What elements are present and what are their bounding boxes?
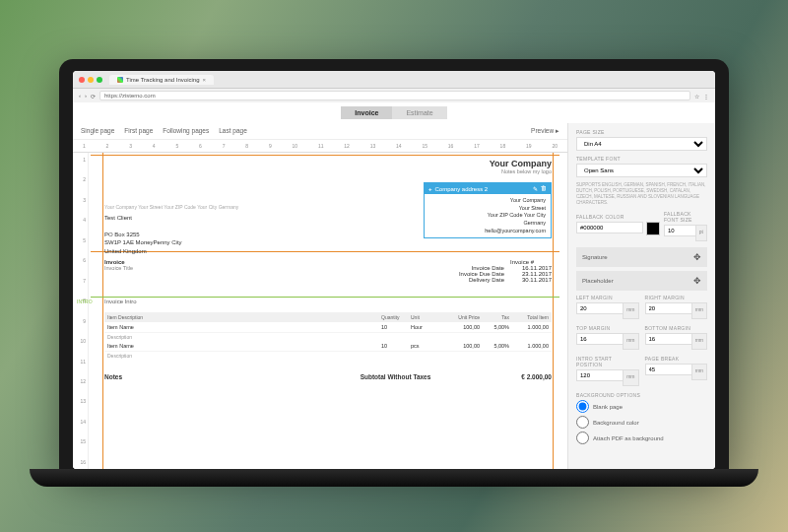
- grip-icon: ✥: [693, 276, 701, 286]
- bottom-margin-input[interactable]: [645, 333, 691, 345]
- close-window-icon[interactable]: [79, 77, 85, 83]
- url-input[interactable]: https://zistemo.com: [99, 91, 690, 100]
- maximize-window-icon[interactable]: [97, 77, 102, 83]
- sender-line[interactable]: Your Company Your Street Your ZIP Code Y…: [104, 204, 238, 210]
- subtotal-value: € 2.000,00: [492, 373, 552, 380]
- browser-tab[interactable]: Time Tracking and Invoicing ×: [109, 75, 214, 85]
- template-font-select[interactable]: Open Sans: [576, 164, 707, 177]
- favicon-icon: [117, 77, 123, 83]
- bg-color-option[interactable]: Background color: [576, 416, 707, 429]
- line-items-table[interactable]: Item Description Quantity Unit Unit Pric…: [104, 312, 552, 360]
- guide-vertical[interactable]: [102, 153, 103, 469]
- invoice-title: Invoice Title: [104, 265, 133, 271]
- background-options-label: BACKGROUND OPTIONS: [576, 392, 707, 398]
- page-tabs: Single page First page Following pages L…: [73, 123, 567, 140]
- screen: Time Tracking and Invoicing × ‹ › ⟳ http…: [73, 71, 715, 469]
- guide-horizontal[interactable]: [91, 155, 559, 156]
- tab-following-pages[interactable]: Following pages: [163, 127, 209, 135]
- delete-icon[interactable]: 🗑: [541, 185, 547, 192]
- edit-icon[interactable]: ✎: [533, 185, 538, 192]
- ruler-left: 12345678910111213141516: [73, 153, 89, 469]
- document-canvas[interactable]: Your Company Notes below my logo + Compa…: [91, 153, 559, 469]
- intro-position-input[interactable]: [576, 369, 623, 381]
- guide-vertical[interactable]: [553, 153, 554, 469]
- company-address-block[interactable]: + Company address 2 ✎ 🗑 Your CompanyYour…: [424, 182, 552, 238]
- company-header[interactable]: Your Company Notes below my logo: [490, 159, 552, 174]
- subtotal-label: Subtotal Without Taxes: [298, 373, 492, 380]
- tab-close-icon[interactable]: ×: [202, 77, 206, 83]
- laptop-frame: Time Tracking and Invoicing × ‹ › ⟳ http…: [59, 59, 729, 473]
- guide-intro[interactable]: [91, 297, 559, 298]
- canvas-area: Single page First page Following pages L…: [73, 123, 567, 469]
- tab-invoice[interactable]: Invoice: [341, 106, 392, 119]
- tab-last-page[interactable]: Last page: [219, 127, 247, 135]
- font-help-text: SUPPORTS ENGLISH, GERMAN, SPANISH, FRENC…: [576, 182, 707, 205]
- totals-row: Notes Subtotal Without Taxes € 2.000,00: [104, 373, 552, 380]
- tab-title: Time Tracking and Invoicing: [126, 77, 199, 83]
- forward-icon[interactable]: ›: [85, 93, 87, 99]
- back-icon[interactable]: ‹: [79, 93, 81, 99]
- left-margin-input[interactable]: [576, 302, 623, 314]
- tab-first-page[interactable]: First page: [124, 127, 153, 135]
- fallback-font-size-label: FALLBACK FONT SIZE: [664, 211, 707, 223]
- bg-pdf-option[interactable]: Attach PDF as background: [576, 432, 707, 444]
- address-block-title: Company address 2: [435, 186, 489, 192]
- invoice-intro[interactable]: Invoice Intro: [104, 299, 137, 304]
- address-block-header: + Company address 2 ✎ 🗑: [425, 183, 551, 194]
- star-icon[interactable]: ☆: [694, 93, 699, 100]
- ruler-top: 1234567891011121314151617181920: [73, 143, 567, 153]
- company-subtext: Notes below my logo: [490, 168, 552, 174]
- fallback-color-label: FALLBACK COLOR: [576, 214, 660, 220]
- fallback-color-input[interactable]: [576, 222, 643, 233]
- color-swatch[interactable]: [646, 222, 660, 235]
- table-header: Item Description Quantity Unit Unit Pric…: [104, 312, 552, 322]
- workspace: Single page First page Following pages L…: [73, 123, 715, 469]
- address-block-body: Your CompanyYour StreetYour ZIP Code You…: [425, 194, 551, 237]
- menu-icon[interactable]: ⋮: [703, 93, 709, 100]
- reload-icon[interactable]: ⟳: [91, 93, 96, 100]
- bg-blank-option[interactable]: Blank page: [576, 400, 707, 413]
- browser-chrome: Time Tracking and Invoicing ×: [73, 71, 715, 89]
- preview-button[interactable]: Preview ▸: [531, 127, 559, 135]
- address-bar-row: ‹ › ⟳ https://zistemo.com ☆ ⋮: [73, 89, 715, 102]
- grip-icon: ✥: [693, 252, 701, 262]
- page-break-input[interactable]: [645, 364, 691, 375]
- placeholder-drag[interactable]: Placeholder✥: [576, 271, 707, 291]
- app: Invoice Estimate Single page First page …: [73, 102, 715, 469]
- plus-icon[interactable]: +: [428, 186, 432, 192]
- tab-single-page[interactable]: Single page: [81, 127, 114, 135]
- invoice-meta: Invoice #Invoice Date16.11.2017Invoice D…: [459, 259, 552, 283]
- client-address[interactable]: Test Client PO Box 3255SW1P 1AE MoneyPen…: [104, 214, 182, 255]
- sidebar: PAGE SIZE Din A4 TEMPLATE FONT Open Sans…: [567, 123, 715, 469]
- table-row[interactable]: Item Name10pcs100,005,00%1.000,00: [104, 341, 552, 352]
- tab-estimate[interactable]: Estimate: [392, 106, 446, 119]
- page-size-label: PAGE SIZE: [576, 129, 707, 135]
- document-type-tabs: Invoice Estimate: [73, 102, 715, 123]
- page-size-select[interactable]: Din A4: [576, 137, 707, 151]
- intro-marker: INTRO: [77, 299, 93, 304]
- notes-label[interactable]: Notes: [104, 373, 298, 380]
- right-margin-input[interactable]: [645, 302, 691, 314]
- fallback-font-size-input[interactable]: [664, 225, 695, 236]
- company-name: Your Company: [490, 159, 552, 168]
- minimize-window-icon[interactable]: [88, 77, 94, 83]
- template-font-label: TEMPLATE FONT: [576, 156, 707, 162]
- invoice-header[interactable]: Invoice Invoice Title Invoice #Invoice D…: [104, 259, 552, 283]
- table-row[interactable]: Item Name10Hour100,005,00%1.000,00: [104, 322, 552, 333]
- signature-drag[interactable]: Signature✥: [576, 247, 707, 267]
- top-margin-input[interactable]: [576, 333, 623, 345]
